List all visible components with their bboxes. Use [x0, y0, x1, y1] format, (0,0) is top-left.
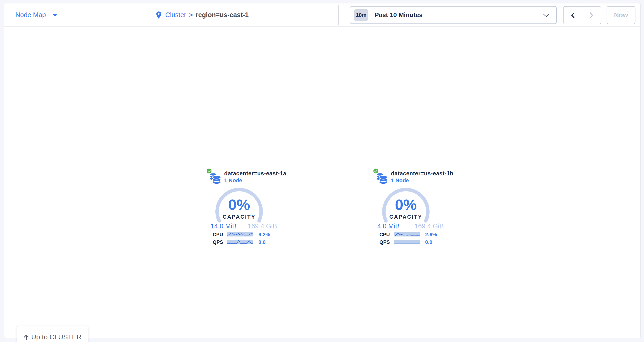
capacity-total-value: 169.4 GiB	[238, 223, 277, 230]
toolbar: Node Map Cluster > region=us-east-1 10m …	[4, 3, 640, 27]
time-range-dropdown[interactable]: 10m Past 10 Minutes	[350, 6, 557, 24]
node-map-canvas: datacenter=us-east-1a 1 Node 0% CAPACITY…	[4, 27, 640, 338]
locality-node-count[interactable]: 1 Node	[391, 177, 409, 184]
qps-sparkline-chart	[227, 240, 253, 244]
qps-metric-row: QPS 0.0	[206, 239, 286, 244]
chevron-left-icon	[571, 12, 575, 18]
breadcrumb-current: region=us-east-1	[196, 11, 249, 19]
qps-sparkline-chart	[394, 240, 420, 244]
view-mode-dropdown[interactable]: Node Map	[16, 3, 57, 27]
database-stack-icon	[376, 172, 388, 185]
capacity-label: CAPACITY	[380, 214, 432, 220]
locality-card-us-east-1b[interactable]: datacenter=us-east-1b 1 Node 0% CAPACITY…	[372, 166, 453, 247]
qps-metric-row: QPS 0.0	[372, 239, 453, 244]
time-range-badge: 10m	[354, 9, 368, 21]
capacity-label: CAPACITY	[214, 214, 265, 220]
up-to-cluster-button[interactable]: Up to CLUSTER	[17, 326, 88, 342]
breadcrumb-cluster-link[interactable]: Cluster	[165, 11, 186, 19]
time-prev-button[interactable]	[564, 6, 582, 24]
locality-card-us-east-1a[interactable]: datacenter=us-east-1a 1 Node 0% CAPACITY…	[206, 166, 286, 247]
chevron-down-icon	[52, 14, 57, 16]
cpu-metric-row: CPU 9.2%	[206, 232, 286, 237]
main-panel: Node Map Cluster > region=us-east-1 10m …	[4, 3, 640, 338]
breadcrumb: Cluster > region=us-east-1	[156, 3, 249, 27]
metric-value: 2.6%	[425, 232, 437, 237]
breadcrumb-separator: >	[189, 11, 193, 18]
metric-value: 0.0	[425, 239, 432, 245]
toolbar-divider	[338, 5, 339, 25]
chevron-down-icon	[544, 14, 549, 17]
arrow-up-icon	[24, 335, 29, 340]
capacity-used-value: 14.0 MiB	[210, 223, 237, 230]
now-button[interactable]: Now	[606, 6, 636, 24]
chevron-right-icon	[590, 12, 594, 18]
view-mode-label: Node Map	[16, 11, 46, 19]
location-pin-icon	[156, 11, 161, 19]
locality-title[interactable]: datacenter=us-east-1a	[224, 170, 286, 177]
metric-label: CPU	[213, 232, 223, 237]
metric-value: 0.0	[258, 239, 266, 245]
locality-title[interactable]: datacenter=us-east-1b	[391, 170, 453, 177]
time-range-label: Past 10 Minutes	[374, 11, 423, 19]
time-next-button[interactable]	[582, 6, 601, 24]
metric-label: CPU	[380, 232, 390, 237]
cpu-sparkline-chart	[394, 232, 420, 237]
database-stack-icon	[209, 172, 221, 185]
status-ok-icon	[206, 168, 212, 174]
cpu-metric-row: CPU 2.6%	[372, 232, 453, 237]
capacity-percentage: 0%	[214, 197, 265, 212]
up-to-cluster-label: Up to CLUSTER	[31, 333, 82, 341]
time-nav-group	[563, 6, 601, 24]
capacity-total-value: 169.4 GiB	[405, 223, 444, 230]
capacity-used-value: 4.0 MiB	[377, 223, 400, 230]
metric-value: 9.2%	[258, 232, 270, 237]
metric-label: QPS	[380, 240, 390, 245]
metric-label: QPS	[213, 240, 223, 245]
status-ok-icon	[373, 168, 379, 174]
capacity-percentage: 0%	[380, 197, 432, 212]
cpu-sparkline-chart	[227, 232, 253, 237]
locality-node-count[interactable]: 1 Node	[224, 177, 242, 184]
